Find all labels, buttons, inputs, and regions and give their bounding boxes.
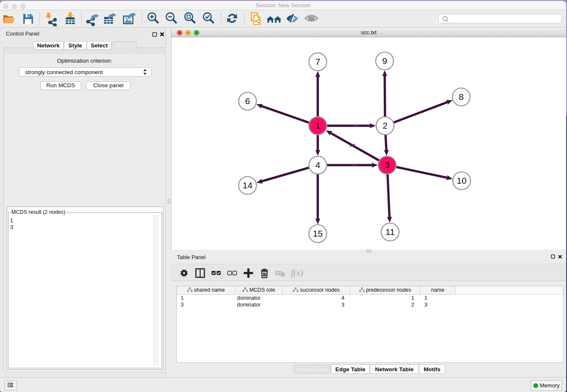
svg-text:15: 15 [313, 229, 322, 238]
svg-text:10: 10 [457, 176, 466, 185]
svg-text:14: 14 [242, 180, 253, 190]
svg-text:9: 9 [382, 56, 387, 66]
svg-text:1: 1 [315, 121, 320, 130]
svg-text:8: 8 [459, 92, 464, 102]
svg-text:7: 7 [315, 57, 320, 66]
svg-text:6: 6 [245, 96, 250, 106]
svg-text:4: 4 [315, 160, 320, 170]
svg-text:2: 2 [383, 121, 388, 130]
svg-text:3: 3 [385, 160, 390, 170]
svg-text:11: 11 [385, 227, 395, 237]
